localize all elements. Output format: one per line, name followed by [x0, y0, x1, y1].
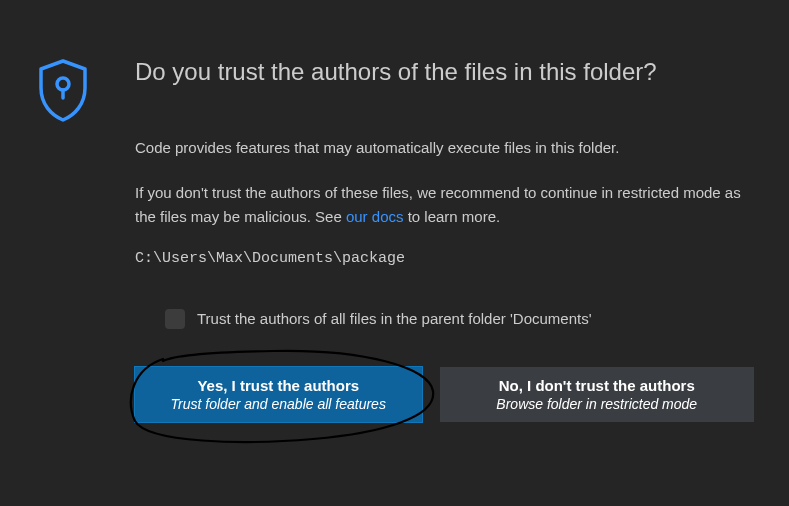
trust-authors-button[interactable]: Yes, I trust the authors Trust folder an… — [135, 367, 422, 422]
para2-after: to learn more. — [403, 208, 500, 225]
trust-parent-checkbox[interactable] — [165, 309, 185, 329]
trust-button-title: Yes, I trust the authors — [197, 377, 359, 394]
shield-icon — [35, 58, 91, 124]
button-row: Yes, I trust the authors Trust folder an… — [135, 367, 754, 422]
trust-button-subtitle: Trust folder and enable all features — [171, 396, 386, 412]
folder-path: C:\Users\Max\Documents\package — [135, 250, 754, 267]
dont-trust-button-subtitle: Browse folder in restricted mode — [496, 396, 697, 412]
trust-parent-checkbox-row: Trust the authors of all files in the pa… — [165, 309, 754, 329]
workspace-trust-dialog: Do you trust the authors of the files in… — [0, 0, 789, 506]
dialog-title: Do you trust the authors of the files in… — [135, 58, 754, 86]
dialog-paragraph-1: Code provides features that may automati… — [135, 136, 754, 159]
trust-parent-checkbox-label: Trust the authors of all files in the pa… — [197, 310, 592, 327]
our-docs-link[interactable]: our docs — [346, 208, 404, 225]
dont-trust-button-title: No, I don't trust the authors — [499, 377, 695, 394]
dialog-paragraph-2: If you don't trust the authors of these … — [135, 181, 754, 228]
svg-point-0 — [57, 78, 69, 90]
dont-trust-authors-button[interactable]: No, I don't trust the authors Browse fol… — [440, 367, 755, 422]
icon-column — [35, 40, 135, 471]
content-column: Do you trust the authors of the files in… — [135, 40, 754, 471]
